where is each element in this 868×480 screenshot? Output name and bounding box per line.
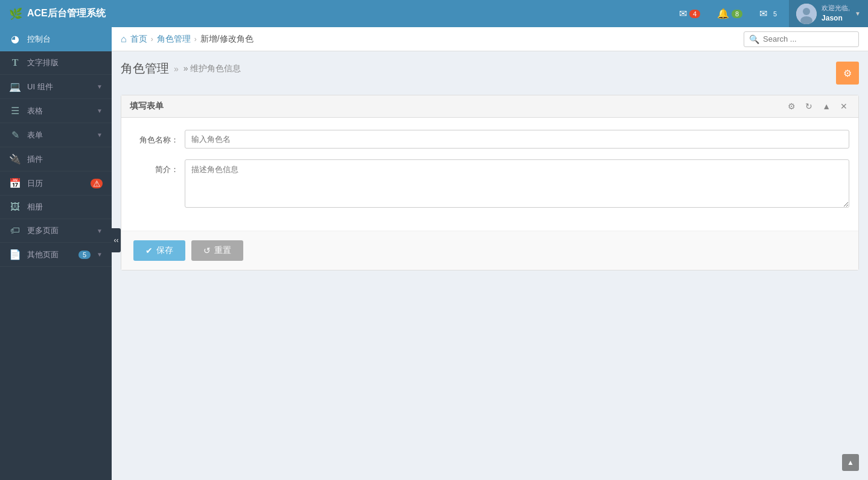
svg-point-1 — [803, 8, 810, 15]
sidebar-label: 表格 — [27, 106, 91, 117]
gear-icon: ⚙ — [843, 68, 852, 79]
sidebar-label: UI 组件 — [27, 82, 91, 92]
description-label: 简介： — [130, 159, 179, 175]
bell-icon: 🔔 — [717, 8, 729, 19]
sidebar-item-calendar[interactable]: 📅 日历 ⚠ — [0, 171, 112, 196]
card-header-actions: ⚙ ↻ ▲ ✕ — [785, 100, 850, 112]
role-name-input[interactable] — [185, 130, 849, 149]
app-name: ACE后台管理系统 — [27, 7, 106, 20]
app-logo: 🌿 ACE后台管理系统 — [9, 7, 106, 21]
bell-button[interactable]: 🔔 8 — [709, 0, 751, 27]
envelope-icon: ✉ — [759, 8, 767, 19]
caret-down-icon: ▼ — [855, 10, 861, 17]
breadcrumb-role-mgmt[interactable]: 角色管理 — [157, 34, 191, 45]
description-group: 简介： — [130, 159, 849, 208]
mail-icon: ✉ — [679, 8, 687, 19]
sidebar-item-typography[interactable]: T 文字排版 — [0, 51, 112, 75]
form-card: 填写表单 ⚙ ↻ ▲ ✕ 角色名称： — [121, 95, 859, 270]
breadcrumb-home[interactable]: 首页 — [130, 34, 147, 45]
sidebar-item-other-pages[interactable]: 📄 其他页面 5 ▼ — [0, 243, 112, 267]
mail-button[interactable]: ✉ 4 — [671, 0, 709, 27]
card-collapse-button[interactable]: ▲ — [820, 100, 833, 112]
sidebar-item-table[interactable]: ☰ 表格 ▼ — [0, 99, 112, 123]
chevron-down-icon: ▼ — [97, 132, 103, 138]
reset-button[interactable]: ↺ 重置 — [191, 240, 243, 261]
sidebar-label: 文字排版 — [27, 57, 103, 68]
page-subtitle: » 维护角色信息 — [183, 63, 241, 74]
breadcrumb-current: 新增/修改角色 — [200, 34, 254, 45]
mail-badge: 4 — [689, 10, 700, 18]
calendar-icon: 📅 — [9, 178, 21, 189]
envelope-badge: 5 — [770, 10, 780, 18]
user-info: 欢迎光临, Jason — [822, 4, 850, 23]
sidebar-toggle-button[interactable]: ‹‹ — [112, 228, 121, 252]
sidebar-label: 插件 — [27, 154, 103, 165]
form-icon: ✎ — [9, 129, 21, 141]
card-close-button[interactable]: ✕ — [838, 100, 850, 112]
card-gear-button[interactable]: ⚙ — [785, 100, 798, 112]
breadcrumb-sep1: › — [151, 35, 153, 43]
sidebar-label: 日历 — [27, 178, 85, 189]
page-settings-button[interactable]: ⚙ — [836, 62, 859, 85]
search-input[interactable] — [763, 34, 854, 43]
user-menu[interactable]: 欢迎光临, Jason ▼ — [789, 0, 868, 27]
dashboard-icon: ◕ — [9, 33, 21, 45]
card-refresh-icon: ↻ — [805, 101, 812, 111]
sidebar-item-plugin[interactable]: 🔌 插件 — [0, 147, 112, 171]
sidebar-label: 表单 — [27, 130, 91, 141]
home-icon: ⌂ — [121, 34, 127, 45]
role-name-label: 角色名称： — [130, 130, 179, 146]
sidebar-label: 控制台 — [27, 34, 103, 45]
breadcrumb-bar: ⌂ 首页 › 角色管理 › 新增/修改角色 🔍 — [112, 27, 868, 51]
bell-badge: 8 — [732, 10, 742, 18]
sidebar-item-gallery[interactable]: 🖼 相册 — [0, 196, 112, 219]
sidebar-item-ui[interactable]: 💻 UI 组件 ▼ — [0, 75, 112, 99]
reset-icon: ↺ — [203, 246, 211, 255]
page-title-sep: » — [174, 64, 179, 74]
chevron-down-icon: ▼ — [97, 251, 103, 258]
logo-icon: 🌿 — [9, 7, 22, 21]
card-gear-icon: ⚙ — [788, 101, 796, 111]
card-body: 角色名称： 简介： — [121, 118, 858, 231]
top-navbar: 🌿 ACE后台管理系统 ✉ 4 🔔 8 ✉ 5 欢迎光临, — [0, 0, 868, 27]
breadcrumb-sep2: › — [194, 35, 197, 43]
tag-icon: 🏷 — [9, 225, 21, 236]
gallery-icon: 🖼 — [9, 202, 21, 213]
role-name-group: 角色名称： — [130, 130, 849, 149]
chevron-down-icon: ▼ — [97, 83, 103, 90]
greeting-text: 欢迎光临, — [822, 4, 850, 13]
sidebar: ◕ 控制台 T 文字排版 💻 UI 组件 ▼ ☰ 表格 ▼ ✎ 表单 ▼ 🔌 插… — [0, 27, 112, 280]
search-icon: 🔍 — [749, 34, 759, 44]
check-icon: ✔ — [145, 246, 153, 255]
card-title: 填写表单 — [130, 101, 164, 112]
sidebar-item-more-pages[interactable]: 🏷 更多页面 ▼ — [0, 219, 112, 243]
save-button[interactable]: ✔ 保存 — [133, 240, 185, 261]
alert-badge: ⚠ — [91, 179, 103, 188]
chevron-down-icon: ▼ — [97, 107, 103, 114]
description-textarea[interactable] — [185, 159, 849, 208]
sidebar-item-dashboard[interactable]: ◕ 控制台 — [0, 27, 112, 51]
page-title: 角色管理 — [121, 60, 169, 77]
table-icon: ☰ — [9, 105, 21, 117]
plugin-icon: 🔌 — [9, 153, 21, 165]
avatar — [796, 4, 817, 24]
envelope-button[interactable]: ✉ 5 — [751, 0, 789, 27]
main-content: 角色管理 » » 维护角色信息 ⚙ 填写表单 ⚙ ↻ ▲ ✕ — [112, 51, 868, 280]
sidebar-label: 更多页面 — [27, 225, 91, 236]
sidebar-item-form[interactable]: ✎ 表单 ▼ — [0, 123, 112, 147]
card-refresh-button[interactable]: ↻ — [803, 100, 815, 112]
username-text: Jason — [822, 13, 850, 24]
typography-icon: T — [9, 57, 21, 68]
pages-badge: 5 — [78, 251, 91, 259]
form-actions: ✔ 保存 ↺ 重置 — [121, 231, 858, 270]
page-title-area: 角色管理 » » 维护角色信息 — [121, 60, 241, 77]
ui-icon: 💻 — [9, 81, 21, 92]
pages-icon: 📄 — [9, 249, 21, 260]
close-icon: ✕ — [840, 101, 847, 111]
chevron-up-icon: ▲ — [822, 101, 831, 111]
top-nav-actions: ✉ 4 🔔 8 ✉ 5 欢迎光临, Jason ▼ — [671, 0, 868, 27]
save-label: 保存 — [156, 245, 173, 256]
search-box: 🔍 — [744, 31, 859, 47]
chevron-down-icon: ▼ — [97, 228, 103, 234]
sidebar-label: 相册 — [27, 202, 103, 213]
